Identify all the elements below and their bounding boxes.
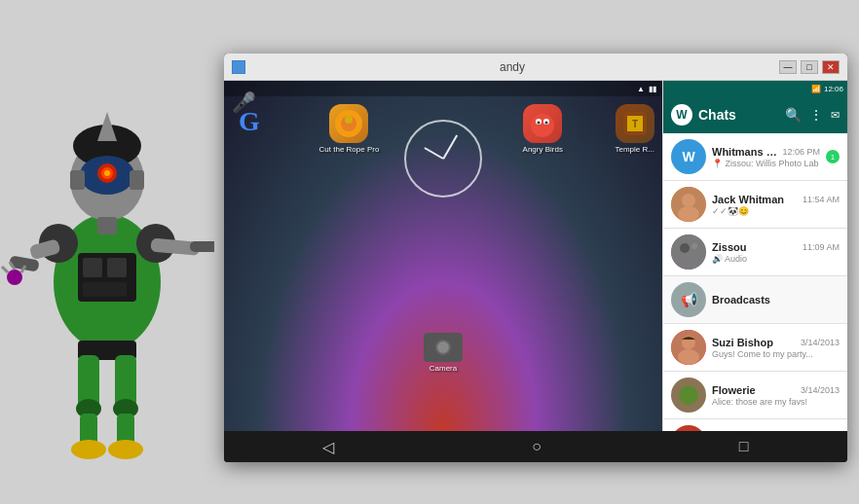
svg-point-40 xyxy=(345,116,353,124)
chat-info-broadcasts: Broadcasts xyxy=(712,294,840,306)
whatsapp-logo: W xyxy=(671,104,692,126)
chat-avatar-jack xyxy=(671,187,706,222)
chat-info-jack: Jack Whitman 11:54 AM ✓✓🐼😊 xyxy=(712,194,840,216)
svg-rect-2 xyxy=(83,258,102,277)
clock-widget xyxy=(404,120,482,198)
new-chat-icon[interactable]: ✉ xyxy=(831,109,840,122)
chat-name-jack: Jack Whitman xyxy=(712,194,784,205)
chat-time-whitmans: 12:06 PM xyxy=(782,147,820,157)
chat-name-zissou: Zissou xyxy=(712,241,746,253)
title-bar: andy — □ ✕ xyxy=(224,54,847,81)
wifi-icon: ▲ xyxy=(637,85,645,93)
chat-time-flowerie: 3/14/2013 xyxy=(801,385,840,395)
chat-item-whitmans[interactable]: W Whitmans Chat 12:06 PM 📍 Zissou: Willi… xyxy=(663,133,847,181)
android-status-bar: 📶 12:06 xyxy=(663,81,847,96)
svg-point-60 xyxy=(679,385,698,405)
chat-info-suzi: Suzi Bishop 3/14/2013 Guys! Come to my p… xyxy=(712,337,840,359)
chat-name-broadcasts: Broadcasts xyxy=(712,294,770,306)
angry-birds-icon[interactable]: Angry Birds xyxy=(523,104,563,154)
window-title: andy xyxy=(245,60,779,74)
chat-name-flowerie: Flowerie xyxy=(712,384,756,396)
svg-point-54 xyxy=(680,243,690,253)
close-button[interactable]: ✕ xyxy=(822,60,840,74)
svg-point-36 xyxy=(108,440,143,459)
robot-illustration xyxy=(0,29,253,496)
chat-preview-flowerie: Alice: those are my favs! xyxy=(712,397,840,407)
chat-name-whitmans: Whitmans Chat xyxy=(712,146,778,158)
android-main: ▲ ▮▮ 🎤 G xyxy=(224,81,847,431)
window-controls: — □ ✕ xyxy=(779,60,840,74)
svg-point-55 xyxy=(691,243,697,249)
svg-point-58 xyxy=(678,349,699,365)
cut-the-rope-icon[interactable]: Cut the Rope Pro xyxy=(319,104,380,154)
chat-avatar-zissou xyxy=(671,234,706,270)
temple-run-icon[interactable]: T Temple R... xyxy=(615,104,654,154)
chat-preview-jack: ✓✓🐼😊 xyxy=(712,206,840,216)
chat-item-jack[interactable]: Jack Whitman 11:54 AM ✓✓🐼😊 xyxy=(663,181,847,229)
chat-preview-whitmans: 📍 Zissou: Willis Photo Lab xyxy=(712,159,820,168)
whatsapp-panel: 📶 12:06 W Chats 🔍 ⋮ ✉ xyxy=(662,81,847,431)
svg-text:T: T xyxy=(632,119,638,129)
chat-item-flowerie[interactable]: Flowerie 3/14/2013 Alice: those are my f… xyxy=(663,372,847,419)
wifi-status: 📶 xyxy=(811,85,821,93)
chat-item-lunch[interactable]: E Lunch Group 2/13/2013 ✓✓On my way xyxy=(663,419,847,431)
back-button[interactable]: ◁ xyxy=(322,438,334,456)
chat-time-suzi: 3/14/2013 xyxy=(801,338,840,347)
svg-point-45 xyxy=(538,122,541,125)
maximize-button[interactable]: □ xyxy=(801,60,818,74)
svg-point-11 xyxy=(104,170,110,176)
android-screen: ▲ ▮▮ 🎤 G xyxy=(224,81,847,462)
svg-rect-23 xyxy=(190,241,214,252)
svg-point-32 xyxy=(71,440,106,459)
cut-rope-label: Cut the Rope Pro xyxy=(319,145,380,154)
chat-list: W Whitmans Chat 12:06 PM 📍 Zissou: Willi… xyxy=(663,133,847,431)
chat-info-zissou: Zissou 11:09 AM 🔊 Audio xyxy=(712,241,840,264)
svg-rect-3 xyxy=(107,258,127,277)
minimize-button[interactable]: — xyxy=(779,60,797,74)
temple-run-label: Temple R... xyxy=(615,145,654,154)
svg-line-18 xyxy=(2,267,8,272)
svg-rect-13 xyxy=(130,170,144,190)
menu-icon[interactable]: ⋮ xyxy=(809,107,823,123)
svg-point-51 xyxy=(682,194,695,207)
angry-birds-label: Angry Birds xyxy=(523,145,563,154)
svg-rect-12 xyxy=(70,170,85,190)
chat-badge-whitmans: 1 xyxy=(826,150,840,163)
chat-info-flowerie: Flowerie 3/14/2013 Alice: those are my f… xyxy=(712,384,840,407)
android-navbar: ◁ ○ □ xyxy=(224,431,847,462)
chat-avatar-suzi xyxy=(671,330,706,365)
chat-preview-suzi: Guys! Come to my party... xyxy=(712,349,840,359)
whatsapp-title: Chats xyxy=(698,107,785,123)
chat-info-whitmans: Whitmans Chat 12:06 PM 📍 Zissou: Willis … xyxy=(712,146,820,168)
andy-window: andy — □ ✕ ▲ ▮▮ 🎤 xyxy=(224,54,847,462)
search-icon[interactable]: 🔍 xyxy=(785,107,802,123)
chat-name-suzi: Suzi Bishop xyxy=(712,337,773,348)
svg-point-53 xyxy=(671,234,706,270)
chat-preview-zissou: 🔊 Audio xyxy=(712,254,840,264)
svg-point-17 xyxy=(7,270,22,285)
android-desktop: ▲ ▮▮ 🎤 G xyxy=(224,81,662,431)
chat-item-broadcasts[interactable]: 📢 Broadcasts xyxy=(663,276,847,324)
chat-avatar-whitmans: W xyxy=(671,139,706,174)
svg-rect-37 xyxy=(97,217,117,234)
recent-button[interactable]: □ xyxy=(739,438,749,455)
svg-point-52 xyxy=(678,206,699,222)
whatsapp-header: W Chats 🔍 ⋮ ✉ xyxy=(663,96,847,133)
time-display: 12:06 xyxy=(824,85,843,93)
chat-time-jack: 11:54 AM xyxy=(803,195,840,204)
chat-item-zissou[interactable]: Zissou 11:09 AM 🔊 Audio xyxy=(663,229,847,276)
svg-rect-4 xyxy=(83,282,127,297)
chat-avatar-flowerie xyxy=(671,378,706,413)
camera-app-icon[interactable]: Camera xyxy=(424,333,463,373)
chat-time-zissou: 11:09 AM xyxy=(803,242,840,252)
home-button[interactable]: ○ xyxy=(532,438,542,455)
chat-avatar-broadcasts: 📢 xyxy=(671,282,706,317)
chat-item-suzi[interactable]: Suzi Bishop 3/14/2013 Guys! Come to my p… xyxy=(663,324,847,372)
svg-point-46 xyxy=(545,122,548,125)
signal-icon: ▮▮ xyxy=(649,85,656,93)
whatsapp-actions: 🔍 ⋮ ✉ xyxy=(785,107,840,123)
